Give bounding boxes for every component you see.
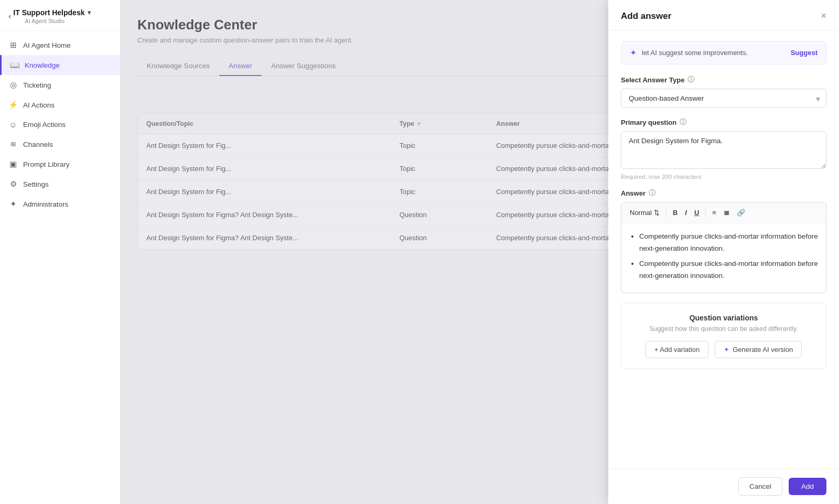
primary-question-input[interactable] bbox=[621, 131, 826, 169]
chevron-icon: ▾ bbox=[88, 9, 91, 16]
add-answer-panel: Add answer × ✦ let AI suggest some impro… bbox=[608, 0, 839, 504]
link-button[interactable]: 🔗 bbox=[734, 207, 748, 219]
variations-title: Question variations bbox=[632, 314, 815, 322]
ai-suggest-bar: ✦ let AI suggest some improvements. Sugg… bbox=[621, 41, 826, 65]
sidebar-item-label: Settings bbox=[23, 180, 49, 188]
admin-icon: ✦ bbox=[8, 199, 18, 209]
underline-button[interactable]: U bbox=[691, 207, 702, 219]
panel-footer: Cancel Add bbox=[608, 468, 839, 504]
back-button[interactable]: ‹ bbox=[8, 12, 11, 21]
sidebar-item-settings[interactable]: ⚙ Settings bbox=[0, 174, 120, 194]
channels-icon: ≋ bbox=[8, 140, 18, 149]
generate-ai-button[interactable]: ✦ Generate AI version bbox=[715, 341, 802, 358]
prompt-icon: ▣ bbox=[8, 159, 18, 169]
sidebar-item-prompt-library[interactable]: ▣ Prompt Library bbox=[0, 154, 120, 174]
sidebar-item-knowledge[interactable]: 📖 Knowledge bbox=[0, 55, 120, 75]
sidebar-item-ticketing[interactable]: ◎ Ticketing bbox=[0, 75, 120, 95]
app-name: IT Support Helpdesk ▾ bbox=[13, 8, 91, 17]
sidebar-item-label: Prompt Library bbox=[23, 160, 70, 168]
sidebar-item-label: Emoji Actions bbox=[23, 121, 66, 128]
text-style-normal[interactable]: Normal ⇅ bbox=[627, 208, 663, 218]
ordered-list-button[interactable]: ≡ bbox=[709, 207, 719, 219]
sidebar-nav: ⊞ AI Agent Home 📖 Knowledge ◎ Ticketing … bbox=[0, 31, 120, 504]
normal-label: Normal bbox=[630, 209, 652, 217]
editor-toolbar: Normal ⇅ B I U ≡ ≣ 🔗 bbox=[621, 202, 826, 223]
add-variation-button[interactable]: + Add variation bbox=[646, 341, 708, 358]
app-subtitle: AI Agent Studio bbox=[13, 18, 91, 24]
panel-header: Add answer × bbox=[608, 0, 839, 30]
answer-bullet: Competently pursue clicks-and-mortar inf… bbox=[639, 258, 819, 282]
select-answer-type-label: Select Answer Type ⓘ bbox=[621, 75, 826, 84]
add-button[interactable]: Add bbox=[789, 478, 826, 495]
sidebar-item-label: Knowledge bbox=[25, 61, 60, 69]
sidebar-item-label: Ticketing bbox=[23, 81, 51, 89]
sidebar: ‹ IT Support Helpdesk ▾ AI Agent Studio … bbox=[0, 0, 121, 504]
suggest-button[interactable]: Suggest bbox=[791, 49, 818, 57]
unordered-list-button[interactable]: ≣ bbox=[720, 207, 733, 219]
panel-title: Add answer bbox=[621, 11, 671, 22]
sidebar-item-emoji-actions[interactable]: ☺ Emoji Actions bbox=[0, 115, 120, 134]
sparkle-icon: ✦ bbox=[630, 48, 637, 58]
sidebar-item-label: Administrators bbox=[23, 200, 68, 208]
question-variations-box: Question variations Suggest how this que… bbox=[621, 303, 826, 369]
sidebar-item-administrators[interactable]: ✦ Administrators bbox=[0, 194, 120, 214]
toolbar-separator bbox=[666, 209, 666, 217]
generate-ai-label: Generate AI version bbox=[733, 346, 793, 353]
ai-suggest-text: let AI suggest some improvements. bbox=[642, 49, 786, 57]
cancel-button[interactable]: Cancel bbox=[738, 477, 782, 496]
answer-label: Answer ⓘ bbox=[621, 188, 826, 198]
sidebar-header: ‹ IT Support Helpdesk ▾ AI Agent Studio bbox=[0, 0, 120, 31]
lightning-icon: ⚡ bbox=[8, 100, 18, 110]
ticketing-icon: ◎ bbox=[8, 80, 18, 90]
close-button[interactable]: × bbox=[821, 10, 826, 22]
sparkle-icon-generate: ✦ bbox=[724, 346, 729, 353]
sidebar-item-channels[interactable]: ≋ Channels bbox=[0, 134, 120, 154]
variations-actions: + Add variation ✦ Generate AI version bbox=[632, 341, 815, 358]
style-chevron-icon: ⇅ bbox=[654, 209, 660, 217]
sidebar-item-label: AI Agent Home bbox=[23, 41, 71, 49]
emoji-icon: ☺ bbox=[8, 120, 18, 129]
main-area: Knowledge Center Create and manage custo… bbox=[121, 0, 839, 504]
toolbar-separator-2 bbox=[705, 209, 706, 217]
panel-body: ✦ let AI suggest some improvements. Sugg… bbox=[608, 30, 839, 468]
grid-icon: ⊞ bbox=[8, 40, 18, 50]
answer-bullet: Competently pursue clicks-and-mortar inf… bbox=[639, 231, 819, 255]
settings-icon: ⚙ bbox=[8, 179, 18, 189]
info-icon-answer[interactable]: ⓘ bbox=[649, 188, 655, 198]
book-icon: 📖 bbox=[10, 60, 19, 70]
sidebar-item-ai-agent-home[interactable]: ⊞ AI Agent Home bbox=[0, 35, 120, 55]
sidebar-item-label: Channels bbox=[23, 141, 53, 148]
answer-editor: Normal ⇅ B I U ≡ ≣ 🔗 Competently pursue … bbox=[621, 202, 826, 293]
info-icon[interactable]: ⓘ bbox=[687, 75, 694, 84]
primary-question-label: Primary question ⓘ bbox=[621, 117, 826, 127]
sidebar-item-ai-actions[interactable]: ⚡ AI Actions bbox=[0, 95, 120, 115]
bold-button[interactable]: B bbox=[670, 207, 681, 219]
variations-subtitle: Suggest how this question can be asked d… bbox=[632, 325, 815, 333]
sidebar-item-label: AI Actions bbox=[23, 101, 55, 109]
answer-type-select[interactable]: Question-based Answer bbox=[621, 89, 826, 108]
primary-question-hint: Required, max 200 characters bbox=[621, 174, 826, 180]
answer-editor-content[interactable]: Competently pursue clicks-and-mortar inf… bbox=[621, 223, 826, 293]
italic-button[interactable]: I bbox=[682, 207, 690, 219]
answer-type-select-wrap: Question-based Answer ▾ bbox=[621, 89, 826, 108]
info-icon-question[interactable]: ⓘ bbox=[680, 117, 686, 127]
